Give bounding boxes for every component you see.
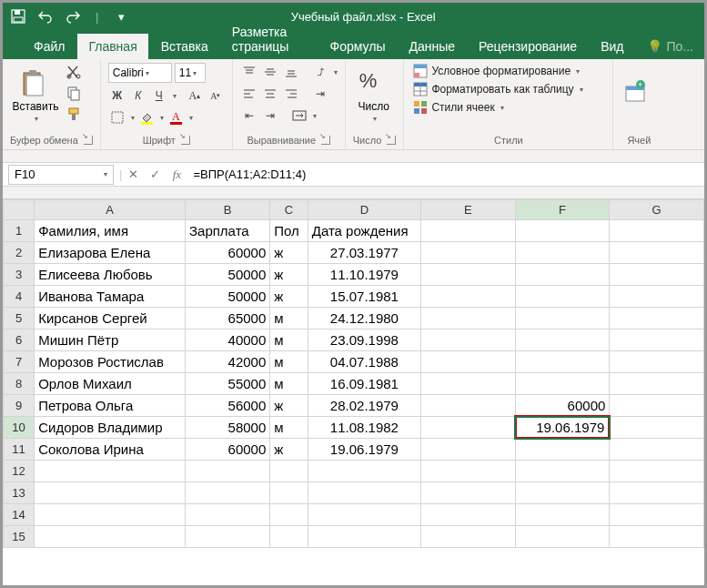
paste-button[interactable]: Вставить ▾ (10, 63, 61, 128)
cell[interactable] (421, 395, 516, 417)
increase-font-icon[interactable]: A▴ (186, 86, 204, 105)
font-size-combo[interactable]: 11▾ (175, 63, 206, 83)
cell[interactable]: ж (270, 264, 308, 286)
cell[interactable]: 15.07.1981 (308, 286, 420, 308)
cell[interactable]: 40000 (186, 329, 270, 351)
cell[interactable] (308, 482, 420, 504)
align-middle-icon[interactable] (261, 63, 279, 81)
cell[interactable] (610, 351, 704, 373)
cell[interactable]: 23.09.1998 (308, 329, 420, 351)
cell[interactable] (186, 461, 270, 482)
dialog-launcher-icon[interactable] (321, 136, 330, 145)
cell[interactable] (421, 242, 516, 264)
cell[interactable] (421, 504, 516, 526)
cell[interactable]: Дата рождения (308, 220, 420, 242)
cell[interactable] (421, 308, 516, 329)
cell[interactable] (270, 461, 308, 482)
cell[interactable]: Фамилия, имя (35, 220, 186, 242)
italic-button[interactable]: К (129, 86, 147, 105)
cell[interactable] (610, 373, 704, 395)
align-top-icon[interactable] (240, 63, 258, 81)
cell[interactable] (421, 439, 516, 461)
cell[interactable] (421, 351, 516, 373)
cell[interactable]: м (270, 373, 308, 395)
cell[interactable] (610, 395, 704, 417)
row-header[interactable]: 1 (4, 220, 35, 242)
row-header[interactable]: 15 (4, 526, 35, 548)
col-header[interactable]: D (308, 200, 420, 220)
cell[interactable]: Сидоров Владимир (35, 417, 186, 439)
tab-file[interactable]: Файл (23, 34, 76, 59)
cell[interactable] (610, 482, 704, 504)
cell[interactable]: 24.12.1980 (308, 308, 420, 329)
cell[interactable] (308, 504, 420, 526)
col-header[interactable]: C (270, 200, 308, 220)
col-header[interactable]: F (515, 200, 610, 220)
cell[interactable]: 60000 (186, 439, 270, 461)
row-header[interactable]: 3 (4, 264, 35, 286)
decrease-indent-icon[interactable]: ⇤ (240, 106, 258, 125)
cell[interactable]: ж (270, 395, 308, 417)
cancel-formula-icon[interactable]: ✕ (122, 167, 144, 181)
tell-me-search[interactable]: 💡 По... (636, 34, 704, 59)
underline-button[interactable]: Ч (150, 86, 168, 105)
cell[interactable]: 58000 (186, 417, 270, 439)
cell[interactable]: 11.10.1979 (308, 264, 420, 286)
cell[interactable] (186, 482, 270, 504)
cell[interactable]: Пол (270, 220, 308, 242)
number-format-button[interactable]: % Число ▾ (353, 63, 395, 128)
cell[interactable]: 28.02.1979 (308, 395, 420, 417)
tab-review[interactable]: Рецензирование (468, 34, 588, 59)
cell[interactable] (35, 504, 186, 526)
increase-indent-icon[interactable]: ⇥ (261, 106, 279, 125)
orientation-icon[interactable]: ⭜ (311, 63, 329, 81)
dialog-launcher-icon[interactable] (181, 136, 190, 145)
cell[interactable] (270, 504, 308, 526)
cell[interactable] (610, 220, 704, 242)
dialog-launcher-icon[interactable] (84, 136, 93, 145)
cell[interactable]: 55000 (186, 373, 270, 395)
format-as-table-button[interactable]: Форматировать как таблицу▾ (411, 81, 584, 97)
cell[interactable]: 42000 (186, 351, 270, 373)
cell[interactable] (515, 351, 610, 373)
cell[interactable] (515, 526, 610, 548)
row-header[interactable]: 2 (4, 242, 35, 264)
cell[interactable]: м (270, 329, 308, 351)
undo-icon[interactable] (37, 8, 54, 25)
cell[interactable] (515, 461, 610, 482)
row-header[interactable]: 13 (4, 482, 35, 504)
cell[interactable] (515, 264, 610, 286)
row-header[interactable]: 6 (4, 329, 35, 351)
cell[interactable] (270, 482, 308, 504)
cell[interactable] (308, 461, 420, 482)
col-header[interactable]: G (610, 200, 704, 220)
row-header[interactable]: 7 (4, 351, 35, 373)
conditional-formatting-button[interactable]: Условное форматирование▾ (411, 63, 584, 79)
spreadsheet-grid[interactable]: A B C D E F G 1Фамилия, имяЗарплатаПолДа… (3, 199, 704, 548)
col-header[interactable]: B (186, 200, 270, 220)
cell[interactable]: 19.06.1979 (308, 439, 420, 461)
format-painter-icon[interactable] (65, 105, 83, 123)
cell[interactable]: 60000 (515, 395, 610, 417)
align-bottom-icon[interactable] (282, 63, 300, 81)
cell[interactable] (186, 504, 270, 526)
cell[interactable]: Зарплата (186, 220, 270, 242)
cell[interactable]: 04.07.1988 (308, 351, 420, 373)
cell[interactable] (515, 504, 610, 526)
cell[interactable] (515, 373, 610, 395)
cell[interactable] (35, 482, 186, 504)
cell[interactable]: Иванова Тамара (35, 286, 186, 308)
cell[interactable] (421, 461, 516, 482)
merge-icon[interactable] (290, 106, 308, 125)
cell[interactable] (610, 461, 704, 482)
tab-view[interactable]: Вид (590, 34, 634, 59)
cell[interactable]: Елизарова Елена (35, 242, 186, 264)
fx-icon[interactable]: fx (166, 167, 187, 182)
borders-icon[interactable] (108, 108, 126, 127)
row-header[interactable]: 4 (4, 286, 35, 308)
row-header[interactable]: 9 (4, 395, 35, 417)
tab-formulas[interactable]: Формулы (319, 34, 397, 59)
cell[interactable] (421, 264, 516, 286)
tab-data[interactable]: Данные (398, 34, 466, 59)
col-header[interactable]: A (35, 200, 186, 220)
